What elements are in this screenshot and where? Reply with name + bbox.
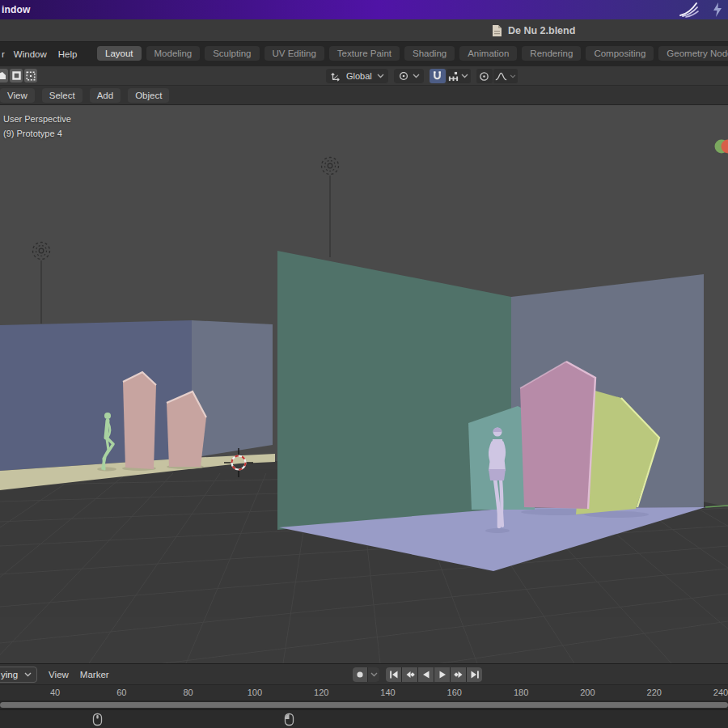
workspace-tab[interactable]: Animation bbox=[459, 46, 517, 61]
status-bar bbox=[0, 709, 728, 728]
panel-mauve[interactable] bbox=[520, 362, 595, 509]
jump-to-end-button[interactable] bbox=[467, 667, 482, 682]
frame-number: 200 bbox=[580, 688, 595, 697]
viewport-header-tools: Global bbox=[0, 66, 728, 86]
snap-increment-icon bbox=[448, 71, 459, 82]
select-mode-1-icon[interactable] bbox=[0, 69, 8, 83]
viewport-menu[interactable]: Select bbox=[42, 88, 83, 103]
snap-magnet-icon[interactable] bbox=[430, 69, 446, 83]
pivot-point-dropdown[interactable] bbox=[394, 69, 424, 83]
frame-number: 100 bbox=[248, 688, 262, 697]
frame-number: 40 bbox=[50, 688, 60, 697]
previous-keyframe-button[interactable] bbox=[402, 667, 417, 682]
pivot-point-icon bbox=[398, 70, 409, 82]
viewport-header-menus: ViewSelectAddObject bbox=[0, 86, 728, 105]
nav-gizmo-axis[interactable] bbox=[715, 140, 728, 154]
active-object-overlay: (9) Prototype 4 bbox=[3, 129, 62, 138]
play-reverse-button[interactable] bbox=[418, 667, 434, 682]
middle-mouse-icon bbox=[92, 713, 103, 726]
blend-file-icon bbox=[492, 24, 502, 37]
select-mode-3-icon[interactable] bbox=[24, 69, 37, 83]
workspace-tabs: LayoutModelingSculptingUV EditingTexture… bbox=[97, 46, 728, 61]
app-menus: r Window Help bbox=[2, 42, 86, 66]
snap-settings-dropdown[interactable] bbox=[447, 69, 471, 83]
titlebar: De Nu 2.blend bbox=[0, 19, 728, 42]
workspace-tab[interactable]: Modeling bbox=[146, 46, 201, 61]
orientation-label: Global bbox=[345, 71, 374, 81]
viewport-menu[interactable]: Add bbox=[90, 88, 121, 103]
select-mode-2-icon[interactable] bbox=[10, 69, 23, 83]
blender-window: indow De Nu 2.blend r W bbox=[0, 0, 728, 728]
right-room[interactable] bbox=[277, 251, 705, 571]
menu-help[interactable]: Help bbox=[56, 47, 87, 61]
swoosh-icon[interactable] bbox=[678, 1, 699, 19]
workspace-tab[interactable]: UV Editing bbox=[265, 46, 324, 61]
viewport-3d[interactable]: User Perspective (9) Prototype 4 bbox=[0, 105, 728, 663]
jump-to-start-button[interactable] bbox=[386, 667, 401, 682]
viewport-menu[interactable]: Object bbox=[128, 88, 169, 103]
viewport-menu[interactable]: View bbox=[0, 88, 35, 103]
timeline-ruler[interactable]: 406080100120140160180200220240 bbox=[0, 684, 728, 700]
frame-number: 220 bbox=[647, 688, 662, 697]
timeline-header: ying View Marker bbox=[0, 663, 728, 684]
menu-window[interactable]: Window bbox=[11, 47, 56, 61]
chevron-down-icon bbox=[510, 74, 516, 78]
os-topbar: indow bbox=[0, 0, 728, 19]
view-name-overlay: User Perspective bbox=[3, 114, 71, 124]
bolt-icon[interactable] bbox=[712, 2, 723, 18]
frame-number: 60 bbox=[116, 688, 126, 697]
menu-render-cut[interactable]: r bbox=[2, 47, 11, 61]
auto-key-record-button[interactable] bbox=[353, 667, 367, 682]
timeline-scroll-track bbox=[0, 700, 728, 709]
workspace-tab[interactable]: Rendering bbox=[522, 46, 581, 61]
workspace-tab[interactable]: Compositing bbox=[586, 46, 654, 61]
play-button[interactable] bbox=[434, 667, 450, 682]
frame-number: 120 bbox=[314, 688, 328, 697]
record-options-chevron[interactable] bbox=[368, 667, 379, 682]
workspace-tab[interactable]: Layout bbox=[97, 46, 142, 61]
chevron-down-icon bbox=[377, 74, 384, 78]
workspace-tab[interactable]: Geometry Nodes bbox=[658, 46, 728, 61]
chevron-down-icon bbox=[461, 74, 468, 78]
workspace-tab[interactable]: Texture Paint bbox=[329, 46, 400, 61]
timeline-view-menu[interactable]: View bbox=[49, 670, 69, 679]
timeline-marker-menu[interactable]: Marker bbox=[80, 670, 109, 679]
frame-number: 240 bbox=[713, 688, 728, 697]
pink-slab-1[interactable] bbox=[123, 372, 156, 469]
left-mouse-icon bbox=[284, 713, 294, 726]
frame-number: 160 bbox=[447, 688, 462, 697]
window-title: De Nu 2.blend bbox=[492, 19, 575, 42]
keying-dropdown-label: ying bbox=[1, 670, 18, 679]
transform-orientation-dropdown[interactable]: Global bbox=[326, 69, 388, 83]
workspace-tab[interactable]: Sculpting bbox=[205, 46, 259, 61]
topbar-tabs-row: r Window Help LayoutModelingSculptingUV … bbox=[0, 42, 728, 66]
left-room-wall[interactable] bbox=[0, 320, 192, 471]
proportional-editing-icon[interactable] bbox=[476, 69, 493, 83]
timeline-scrollbar[interactable] bbox=[0, 702, 728, 708]
next-keyframe-button[interactable] bbox=[451, 667, 466, 682]
workspace-tab[interactable]: Shading bbox=[404, 46, 455, 61]
transform-orientation-icon bbox=[330, 70, 341, 82]
frame-number: 140 bbox=[380, 688, 395, 697]
frame-number: 80 bbox=[183, 688, 193, 697]
chevron-down-icon bbox=[24, 672, 32, 677]
scene-3d bbox=[0, 105, 728, 663]
falloff-curve-dropdown[interactable] bbox=[493, 69, 518, 83]
frame-number: 180 bbox=[514, 688, 528, 697]
falloff-curve-icon bbox=[495, 71, 507, 82]
chevron-down-icon bbox=[413, 74, 420, 78]
filename: De Nu 2.blend bbox=[508, 25, 575, 36]
window-menu[interactable]: indow bbox=[2, 4, 31, 15]
keying-dropdown[interactable]: ying bbox=[0, 667, 37, 683]
